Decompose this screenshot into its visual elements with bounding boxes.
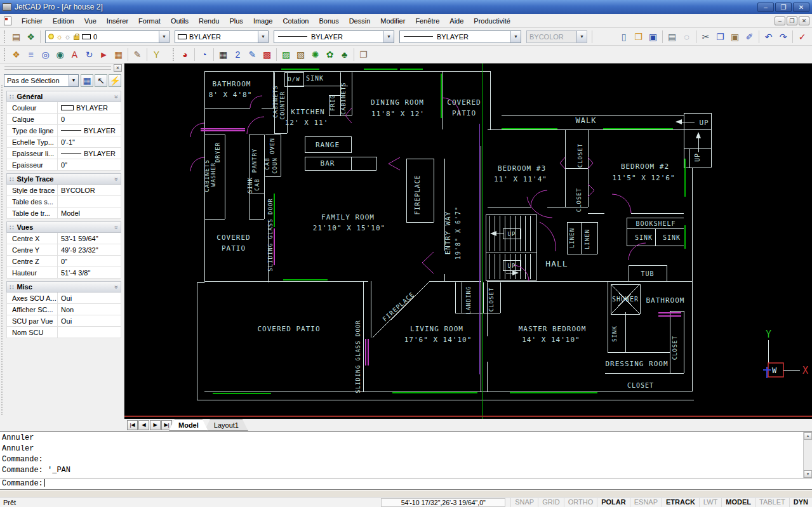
- cut-icon[interactable]: ✂: [698, 29, 713, 44]
- chevron-down-icon[interactable]: ▼: [383, 31, 394, 43]
- resize-bar[interactable]: [0, 490, 812, 497]
- render-layers-icon[interactable]: ▦: [111, 47, 126, 62]
- render-icon[interactable]: ❖: [9, 47, 23, 62]
- selection-set-button[interactable]: ▦: [81, 74, 93, 87]
- prop-row[interactable]: Calque0: [6, 114, 121, 125]
- palette-header[interactable]: ×: [0, 63, 124, 72]
- menu-modifier[interactable]: Modifier: [375, 15, 410, 27]
- linetype-combo[interactable]: BYLAYER ▼: [274, 30, 394, 43]
- chevron-down-icon[interactable]: ▼: [69, 75, 78, 86]
- prop-row[interactable]: Afficher SC...Non: [6, 304, 121, 315]
- tab-nav-button-2[interactable]: ▶: [150, 420, 161, 430]
- status-toggle-snap[interactable]: SNAP: [510, 498, 538, 507]
- clipboard-icon[interactable]: ❐: [356, 47, 371, 62]
- status-toggle-dyn[interactable]: DYN: [789, 498, 812, 507]
- tab-nav-button-1[interactable]: ◀: [138, 420, 149, 430]
- mdi-minimize-button[interactable]: –: [775, 16, 785, 25]
- prop-value[interactable]: Oui: [58, 317, 121, 325]
- hide-icon[interactable]: ◉: [53, 47, 67, 62]
- prop-row[interactable]: Echelle Typ...0'-1": [6, 136, 121, 148]
- erase-render-icon[interactable]: ▩: [260, 47, 274, 62]
- landscape-icon[interactable]: ▨: [279, 47, 293, 62]
- print-icon[interactable]: ▤: [665, 29, 679, 44]
- collapse-chevron-icon[interactable]: «: [113, 95, 120, 98]
- paste-icon[interactable]: ▣: [728, 29, 742, 44]
- open-icon[interactable]: ❒: [631, 29, 646, 44]
- command-scrollbar[interactable]: ▲▼: [803, 432, 812, 478]
- toolbar-grip[interactable]: [173, 48, 175, 61]
- tree-library-icon[interactable]: ♣: [337, 47, 352, 62]
- photo-icon[interactable]: ▧: [293, 47, 308, 62]
- prop-row[interactable]: Epaisseur li...BYLAYER: [6, 148, 121, 159]
- prop-row[interactable]: Table de tr...Model: [6, 207, 121, 219]
- menu-ins-rer[interactable]: Insérer: [102, 15, 133, 27]
- prop-row[interactable]: SCU par VueOui: [6, 315, 121, 327]
- prop-row[interactable]: Centre Z0": [6, 256, 121, 267]
- collapse-chevron-icon[interactable]: «: [113, 285, 120, 289]
- menu-plus[interactable]: Plus: [224, 15, 248, 27]
- help-check-icon[interactable]: ✓: [795, 29, 809, 44]
- prop-row[interactable]: Hauteur51'-4 3/8": [6, 267, 121, 279]
- filter-icon[interactable]: Y: [149, 47, 164, 62]
- prop-row[interactable]: Table des s...: [6, 196, 121, 207]
- section-header[interactable]: ∷Général«: [6, 91, 121, 102]
- new-icon[interactable]: ▯: [616, 29, 631, 44]
- collapse-chevron-icon[interactable]: «: [113, 177, 120, 181]
- coordinate-readout[interactable]: 54'-10 17/32",26'-3 19/64",0": [381, 498, 505, 507]
- menu-format[interactable]: Format: [133, 15, 166, 27]
- prop-row[interactable]: Centre X53'-1 59/64": [6, 233, 121, 244]
- palette-side-grip[interactable]: [1, 85, 4, 415]
- palette-close-icon[interactable]: ×: [114, 64, 122, 72]
- select-objects-button[interactable]: ↖: [95, 74, 107, 87]
- prop-row[interactable]: CouleurBYLAYER: [6, 102, 121, 114]
- menu-image[interactable]: Image: [248, 15, 278, 27]
- scene-icon[interactable]: 2: [230, 47, 245, 62]
- section-header[interactable]: ∷Misc«: [6, 281, 121, 293]
- layer-previous-icon[interactable]: ❖: [23, 29, 38, 44]
- prop-value[interactable]: Oui: [58, 294, 121, 302]
- prop-value[interactable]: 0": [58, 258, 121, 265]
- palette-grip[interactable]: [4, 66, 111, 70]
- prop-value[interactable]: 49'-9 23/32": [58, 246, 121, 254]
- menu-cotation[interactable]: Cotation: [277, 15, 314, 27]
- prop-value[interactable]: BYCOLOR: [58, 187, 121, 194]
- redline-icon[interactable]: ►: [97, 47, 111, 62]
- status-toggle-esnap[interactable]: ESNAP: [630, 498, 662, 507]
- color-combo[interactable]: BYLAYER ▼: [175, 30, 269, 43]
- section-header[interactable]: ∷Style Trace«: [6, 173, 121, 185]
- render-region-icon[interactable]: ◎: [38, 47, 53, 62]
- render-preferences-icon[interactable]: ≡: [23, 47, 38, 62]
- tab-nav-button-0[interactable]: |◀: [127, 420, 138, 430]
- menu-outils[interactable]: Outils: [166, 15, 194, 27]
- drawing-area[interactable]: BATHROOM8' X 4'8"D/WSINKCABINETSCOUNTERK…: [124, 63, 812, 419]
- minimize-button[interactable]: –: [757, 3, 774, 12]
- collapse-chevron-icon[interactable]: «: [113, 225, 120, 229]
- menu-fichier[interactable]: Fichier: [17, 15, 48, 27]
- prop-row[interactable]: Type de ligneBYLAYER: [6, 125, 121, 136]
- menu-fen-tre[interactable]: Fenêtre: [410, 15, 444, 27]
- prop-row[interactable]: Centre Y49'-9 23/32": [6, 244, 121, 256]
- prop-value[interactable]: 0'-1": [58, 138, 121, 146]
- layer-properties-icon[interactable]: ▤: [9, 29, 23, 44]
- prop-value[interactable]: 51'-4 3/8": [58, 269, 121, 277]
- menu-edition[interactable]: Edition: [48, 15, 79, 27]
- close-button[interactable]: ✕: [793, 3, 809, 12]
- selection-combo[interactable]: Pas de Sélection ▼: [4, 74, 79, 87]
- undo-icon[interactable]: ↶: [761, 29, 776, 44]
- prop-row[interactable]: Style de traceBYCOLOR: [6, 185, 121, 196]
- prop-row[interactable]: Axes SCU A...Oui: [6, 293, 121, 304]
- prop-value[interactable]: 53'-1 59/64": [58, 235, 121, 242]
- named-views-icon[interactable]: ↻: [82, 47, 97, 62]
- mdi-restore-button[interactable]: ❐: [787, 16, 797, 25]
- tab-layout1[interactable]: Layout1: [204, 419, 248, 431]
- prop-value[interactable]: BYLAYER: [58, 127, 121, 135]
- status-toggle-tablet[interactable]: TABLET: [755, 498, 789, 507]
- prop-value[interactable]: 0": [58, 161, 121, 169]
- prop-value[interactable]: 0: [58, 115, 121, 123]
- status-toggle-grid[interactable]: GRID: [538, 498, 564, 507]
- redo-icon[interactable]: ↷: [776, 29, 790, 44]
- document-icon[interactable]: [4, 16, 11, 25]
- prop-value[interactable]: BYLAYER: [58, 104, 121, 112]
- menu-productivit-[interactable]: Productivité: [469, 15, 515, 27]
- command-input[interactable]: Commande:: [0, 478, 812, 489]
